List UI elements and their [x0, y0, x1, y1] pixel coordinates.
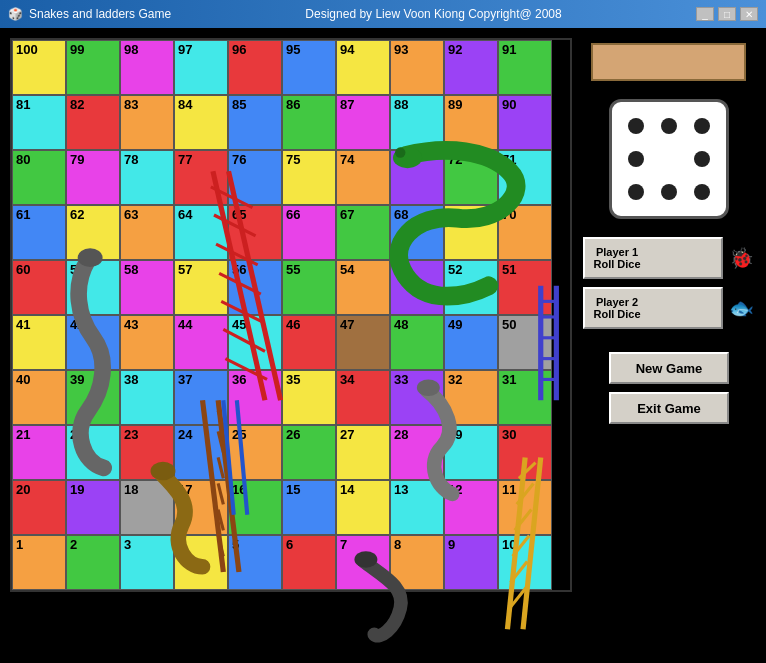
cell-number: 25 — [232, 428, 246, 441]
cell-number: 2 — [70, 538, 77, 551]
player1-icon: 🐞 — [729, 246, 754, 270]
cell-number: 93 — [394, 43, 408, 56]
cell-97: 97 — [174, 40, 228, 95]
cell-number: 67 — [340, 208, 354, 221]
cell-number: 81 — [16, 98, 30, 111]
dice — [609, 99, 729, 219]
cell-number: 90 — [502, 98, 516, 111]
cell-number: 12 — [448, 483, 462, 496]
cell-37: 37 — [174, 370, 228, 425]
cell-number: 54 — [340, 263, 354, 276]
cell-50: 50 — [498, 315, 552, 370]
cell-83: 83 — [120, 95, 174, 150]
cell-89: 89 — [444, 95, 498, 150]
cell-85: 85 — [228, 95, 282, 150]
cell-number: 57 — [178, 263, 192, 276]
cell-number: 55 — [286, 263, 300, 276]
cell-number: 44 — [178, 318, 192, 331]
cell-number: 76 — [232, 153, 246, 166]
player1-roll-button[interactable]: Player 1Roll Dice — [583, 237, 723, 279]
dice-dot — [661, 184, 677, 200]
cell-32: 32 — [444, 370, 498, 425]
cell-number: 71 — [502, 153, 516, 166]
cell-number: 8 — [394, 538, 401, 551]
cell-75: 75 — [282, 150, 336, 205]
dice-dot — [694, 184, 710, 200]
cell-13: 13 — [390, 480, 444, 535]
dice-dot — [628, 118, 644, 134]
cell-number: 48 — [394, 318, 408, 331]
cell-number: 41 — [16, 318, 30, 331]
right-panel: Player 1Roll Dice 🐞 Player 2Roll Dice 🐟 … — [582, 38, 756, 653]
cell-number: 70 — [502, 208, 516, 221]
cell-number: 39 — [70, 373, 84, 386]
cell-33: 33 — [390, 370, 444, 425]
cell-number: 79 — [70, 153, 84, 166]
close-button[interactable]: ✕ — [740, 7, 758, 21]
cell-3: 3 — [120, 535, 174, 590]
cell-number: 20 — [16, 483, 30, 496]
cell-98: 98 — [120, 40, 174, 95]
cell-4: 4 — [174, 535, 228, 590]
cell-22: 22 — [66, 425, 120, 480]
cell-64: 64 — [174, 205, 228, 260]
cell-number: 53 — [394, 263, 408, 276]
cell-92: 92 — [444, 40, 498, 95]
cell-26: 26 — [282, 425, 336, 480]
cell-number: 14 — [340, 483, 354, 496]
cell-number: 63 — [124, 208, 138, 221]
cell-74: 74 — [336, 150, 390, 205]
dice-empty — [661, 151, 677, 167]
cell-number: 66 — [286, 208, 300, 221]
cell-76: 76 — [228, 150, 282, 205]
cell-65: 65 — [228, 205, 282, 260]
cell-number: 61 — [16, 208, 30, 221]
cell-52: 52 — [444, 260, 498, 315]
cell-number: 19 — [70, 483, 84, 496]
cell-number: 35 — [286, 373, 300, 386]
cell-60: 60 — [12, 260, 66, 315]
new-game-button[interactable]: New Game — [609, 352, 729, 384]
cell-number: 56 — [232, 263, 246, 276]
cell-number: 26 — [286, 428, 300, 441]
cell-96: 96 — [228, 40, 282, 95]
cell-40: 40 — [12, 370, 66, 425]
cell-number: 24 — [178, 428, 192, 441]
cell-45: 45 — [228, 315, 282, 370]
cell-36: 36 — [228, 370, 282, 425]
cell-number: 6 — [286, 538, 293, 551]
cell-72: 72 — [444, 150, 498, 205]
cell-30: 30 — [498, 425, 552, 480]
cell-number: 85 — [232, 98, 246, 111]
cell-11: 11 — [498, 480, 552, 535]
cell-number: 83 — [124, 98, 138, 111]
cell-27: 27 — [336, 425, 390, 480]
cell-number: 78 — [124, 153, 138, 166]
cell-number: 3 — [124, 538, 131, 551]
cell-number: 72 — [448, 153, 462, 166]
cell-21: 21 — [12, 425, 66, 480]
maximize-button[interactable]: □ — [718, 7, 736, 21]
player2-roll-button[interactable]: Player 2Roll Dice — [583, 287, 723, 329]
cell-23: 23 — [120, 425, 174, 480]
cell-number: 46 — [286, 318, 300, 331]
cell-62: 62 — [66, 205, 120, 260]
cell-54: 54 — [336, 260, 390, 315]
cell-66: 66 — [282, 205, 336, 260]
cell-35: 35 — [282, 370, 336, 425]
cell-25: 25 — [228, 425, 282, 480]
cell-73: 73 — [390, 150, 444, 205]
player1-label: Player 1Roll Dice — [593, 246, 640, 270]
cell-95: 95 — [282, 40, 336, 95]
cell-9: 9 — [444, 535, 498, 590]
cell-number: 34 — [340, 373, 354, 386]
cell-77: 77 — [174, 150, 228, 205]
exit-game-button[interactable]: Exit Game — [609, 392, 729, 424]
minimize-button[interactable]: _ — [696, 7, 714, 21]
cell-87: 87 — [336, 95, 390, 150]
cell-number: 98 — [124, 43, 138, 56]
cell-46: 46 — [282, 315, 336, 370]
cell-number: 30 — [502, 428, 516, 441]
cell-53: 53 — [390, 260, 444, 315]
cell-18: 18 — [120, 480, 174, 535]
